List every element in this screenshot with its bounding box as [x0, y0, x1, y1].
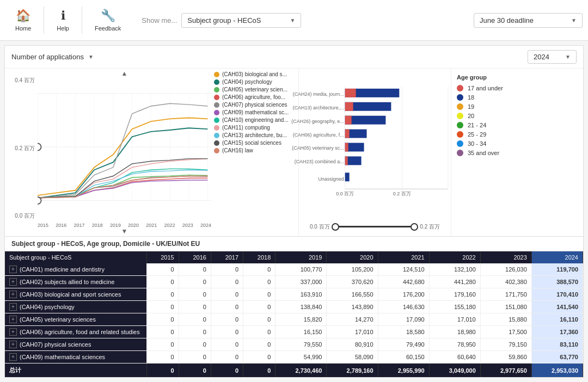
age-legend-item-18: 18: [457, 94, 578, 101]
age-dot-20: [457, 113, 463, 119]
legend-label-cah07: (CAH07) physical sciences: [222, 102, 287, 108]
cell-0-0: 0: [146, 263, 179, 276]
cell-4-3: 0: [243, 313, 275, 326]
cell-3-9: 141,540: [531, 301, 583, 313]
age-dot-35-over: [457, 150, 463, 156]
svg-point-14: [38, 143, 41, 150]
slider-thumb-left[interactable]: [332, 223, 339, 231]
col-header-2024: 2024: [531, 251, 583, 263]
cell-2-5: 166,550: [327, 288, 378, 301]
col-header-2021: 2021: [378, 251, 429, 263]
footer-2016: 0: [179, 363, 211, 378]
footer-2022: 3,049,000: [429, 363, 480, 378]
help-nav-item[interactable]: ℹ Help: [47, 0, 79, 41]
slider-track[interactable]: [335, 226, 415, 227]
deadline-label: June 30 deadline: [480, 16, 534, 24]
age-label-21-24: 21 - 24: [468, 122, 486, 128]
expand-icon-0[interactable]: +: [9, 266, 17, 273]
subject-group-label: Subject group - HECoS: [187, 16, 261, 24]
cell-2-8: 171,750: [480, 288, 531, 301]
cell-1-4: 337,000: [275, 276, 327, 288]
cell-4-1: 0: [179, 313, 211, 326]
table-row: +(CAH02) subjects allied to medicine0000…: [5, 276, 583, 288]
cell-1-0: 0: [146, 276, 179, 288]
age-legend-title: Age group: [457, 74, 578, 81]
scroll-up-button[interactable]: ▲: [121, 70, 128, 77]
svg-rect-25: [345, 130, 350, 138]
row-label-5: +(CAH06) agriculture, food and related s…: [5, 326, 146, 338]
legend-dot-cah06: [214, 95, 219, 100]
bar-chart-inner: (CAH24) media, journ... (CAH13) architec…: [302, 71, 448, 220]
legend-dot-cah03: [214, 72, 219, 77]
svg-rect-21: [345, 102, 353, 111]
slider-thumb-right[interactable]: [411, 223, 418, 231]
slider-fill: [335, 226, 415, 227]
row-label-0: +(CAH01) medicine and dentistry: [5, 263, 146, 276]
deadline-dropdown[interactable]: June 30 deadline ▼: [474, 13, 583, 28]
expand-icon-3[interactable]: +: [9, 303, 17, 311]
age-label-30-34: 30 - 34: [468, 140, 486, 147]
table-row: +(CAH03) biological and sport sciences00…: [5, 288, 583, 301]
expand-icon-1[interactable]: +: [9, 278, 17, 286]
home-nav-item[interactable]: 🏠 Home: [5, 0, 41, 41]
expand-icon-6[interactable]: +: [9, 341, 17, 348]
cell-5-4: 16,150: [275, 326, 327, 338]
svg-text:(CAH24) media, journ...: (CAH24) media, journ...: [293, 91, 344, 97]
legend-item-cah09: (CAH09) mathematical sc...: [214, 109, 296, 115]
svg-text:(CAH06) agriculture, f...: (CAH06) agriculture, f...: [293, 132, 344, 138]
table-row: +(CAH01) medicine and dentistry0000100,7…: [5, 263, 583, 276]
line-chart-area: ▲: [38, 69, 211, 236]
metric-chevron-icon: ▼: [88, 54, 94, 60]
table-footer-row: 总计 0 0 0 0 2,730,460 2,789,160 2,955,990…: [5, 363, 583, 378]
metric-dropdown[interactable]: Number of applications ▼: [11, 53, 528, 61]
legend-item-cah03: (CAH03) biological and s...: [214, 71, 296, 77]
cell-5-7: 18,980: [429, 326, 480, 338]
cell-0-9: 119,700: [531, 263, 583, 276]
expand-icon-5[interactable]: +: [9, 328, 17, 336]
cell-3-6: 146,630: [378, 301, 429, 313]
year-selector[interactable]: 2024 ▼: [528, 50, 577, 64]
age-legend-item-30-34: 30 - 34: [457, 140, 578, 147]
cell-2-0: 0: [146, 288, 179, 301]
row-label-2: +(CAH03) biological and sport sciences: [5, 288, 146, 301]
legend-item-cah15: (CAH15) social sciences: [214, 140, 296, 146]
cell-7-7: 60,640: [429, 351, 480, 363]
cell-6-6: 79,490: [378, 338, 429, 351]
cell-5-1: 0: [179, 326, 211, 338]
expand-icon-7[interactable]: +: [9, 353, 17, 361]
cell-1-1: 0: [179, 276, 211, 288]
expand-icon-2[interactable]: +: [9, 291, 17, 298]
legend-dot-cah07: [214, 102, 219, 108]
row-label-6: +(CAH07) physical sciences: [5, 338, 146, 351]
cell-0-4: 100,770: [275, 263, 327, 276]
feedback-nav-item[interactable]: 🔧 Feedback: [85, 0, 131, 41]
cell-1-3: 0: [243, 276, 275, 288]
cell-1-7: 441,280: [429, 276, 480, 288]
legend-label-cah13: (CAH13) architecture, bu...: [222, 132, 287, 138]
scroll-down-button[interactable]: ▼: [121, 227, 128, 235]
cell-4-6: 17,090: [378, 313, 429, 326]
legend-label-cah03: (CAH03) biological and s...: [222, 71, 287, 77]
cell-2-6: 176,200: [378, 288, 429, 301]
row-label-4: +(CAH05) veterinary sciences: [5, 313, 146, 326]
col-header-2018: 2018: [243, 251, 275, 263]
expand-icon-4[interactable]: +: [9, 316, 17, 323]
col-header-subject: Subject group - HECoS: [5, 251, 146, 263]
age-legend-item-35-over: 35 and over: [457, 150, 578, 156]
cell-2-1: 0: [179, 288, 211, 301]
cell-6-1: 0: [179, 338, 211, 351]
footer-2024: 2,953,030: [531, 363, 583, 378]
age-dot-17: [457, 85, 463, 91]
svg-point-13: [38, 197, 41, 204]
legend-dot-cah05: [214, 87, 219, 93]
svg-rect-19: [345, 89, 356, 97]
cell-6-9: 83,110: [531, 338, 583, 351]
table-row: +(CAH06) agriculture, food and related s…: [5, 326, 583, 338]
cell-0-6: 124,510: [378, 263, 429, 276]
nav-separator-1: [44, 7, 44, 34]
cell-3-1: 0: [179, 301, 211, 313]
cell-3-8: 151,080: [480, 301, 531, 313]
age-label-35-over: 35 and over: [468, 150, 499, 156]
col-header-2022: 2022: [429, 251, 480, 263]
subject-group-dropdown[interactable]: Subject group - HECoS ▼: [181, 13, 301, 28]
